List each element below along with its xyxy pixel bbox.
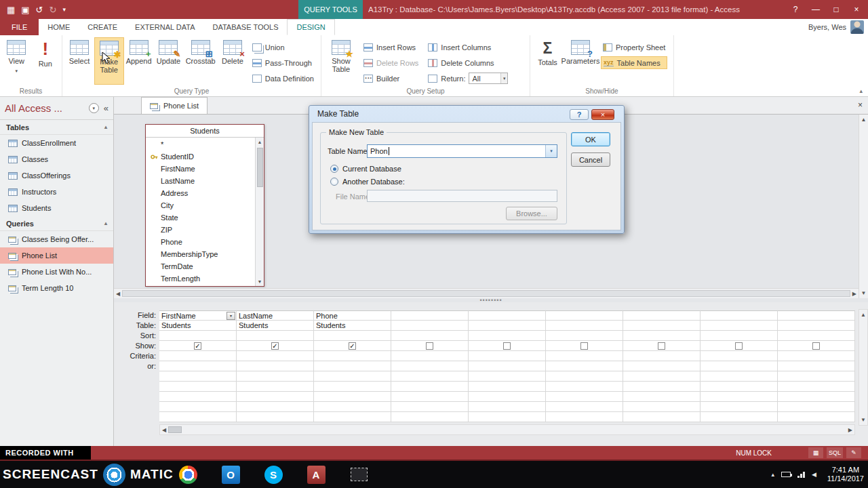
grid-cell[interactable]	[623, 402, 701, 412]
grid-cell-sort[interactable]	[391, 331, 469, 341]
grid-cell[interactable]	[778, 382, 855, 392]
grid-cell-table[interactable]	[623, 321, 701, 331]
grid-cell[interactable]	[778, 371, 855, 382]
grid-cell-field[interactable]: Phone	[314, 310, 391, 321]
current-database-option[interactable]: Current Database	[330, 165, 401, 173]
another-database-option[interactable]: Another Database:	[330, 178, 405, 186]
scroll-thumb[interactable]	[122, 290, 850, 297]
grid-cell[interactable]	[778, 392, 855, 402]
scroll-left-icon[interactable]: ◀	[162, 427, 166, 433]
grid-cell[interactable]	[391, 392, 469, 402]
field-row[interactable]: Address	[146, 187, 255, 199]
grid-cell-or[interactable]	[701, 361, 778, 371]
help-button[interactable]: ?	[785, 0, 806, 19]
grid-cell[interactable]	[469, 392, 546, 402]
tab-external-data[interactable]: EXTERNAL DATA	[126, 19, 203, 35]
cancel-button[interactable]: Cancel	[571, 152, 610, 167]
grid-cell-criteria[interactable]	[778, 351, 855, 361]
grid-cell-table[interactable]	[469, 321, 546, 331]
builder-button[interactable]: Builder	[361, 72, 420, 85]
grid-cell-or[interactable]	[237, 361, 314, 371]
tab-create[interactable]: CREATE	[79, 19, 126, 35]
close-button[interactable]: ×	[846, 0, 867, 19]
grid-cell[interactable]	[469, 382, 546, 392]
field-row[interactable]: TermLength	[146, 272, 255, 285]
grid-cell[interactable]	[391, 371, 469, 382]
delete-columns-button[interactable]: Delete Columns	[426, 56, 510, 69]
nav-item-classes[interactable]: Classes	[0, 151, 113, 167]
grid-cell-table[interactable]	[391, 321, 469, 331]
grid-cell-sort[interactable]	[778, 331, 855, 341]
dialog-help-button[interactable]: ?	[570, 109, 589, 120]
grid-cell[interactable]	[701, 402, 778, 412]
scroll-down-icon[interactable]: ▼	[861, 290, 867, 296]
grid-cell[interactable]	[623, 371, 701, 382]
undo-icon[interactable]: ↺	[36, 5, 43, 15]
union-button[interactable]: Union	[250, 41, 316, 54]
grid-cell-table[interactable]: Students	[159, 321, 237, 331]
scroll-right-icon[interactable]: ▶	[848, 427, 852, 433]
grid-cell-criteria[interactable]	[391, 351, 469, 361]
grid-cell[interactable]	[701, 382, 778, 392]
save-icon[interactable]: ▣	[21, 5, 29, 15]
grid-cell-sort[interactable]	[314, 331, 391, 341]
collapse-ribbon-icon[interactable]: ▴	[859, 87, 863, 94]
grid-cell-field[interactable]: LastName	[237, 310, 314, 321]
document-close-icon[interactable]: ×	[858, 100, 863, 110]
grid-hscrollbar[interactable]: ◀ ▶	[159, 424, 855, 435]
chrome-taskbar-button[interactable]	[176, 463, 199, 486]
ok-button[interactable]: OK	[571, 132, 610, 146]
grid-cell-or[interactable]	[159, 361, 237, 371]
volume-icon[interactable]: ◀	[812, 471, 816, 478]
grid-cell-show[interactable]	[469, 341, 546, 351]
battery-icon[interactable]	[781, 472, 791, 477]
grid-cell[interactable]	[546, 402, 623, 412]
grid-cell-show[interactable]	[237, 341, 314, 351]
show-checkbox[interactable]	[580, 342, 588, 350]
grid-cell-table[interactable]: Students	[314, 321, 391, 331]
file-name-input[interactable]	[367, 190, 557, 202]
grid-cell[interactable]	[159, 382, 237, 392]
grid-cell-or[interactable]	[623, 361, 701, 371]
nav-item-phone-list-with-no[interactable]: Phone List With No...	[0, 264, 113, 280]
grid-cell-show[interactable]	[546, 341, 623, 351]
nav-pane-collapse-icon[interactable]: «	[104, 103, 108, 113]
grid-cell[interactable]	[159, 392, 237, 402]
snipping-tool-taskbar-button[interactable]	[347, 463, 370, 486]
grid-cell-table[interactable]	[546, 321, 623, 331]
grid-cell[interactable]	[237, 402, 314, 412]
design-view-icon[interactable]: ✎	[846, 447, 861, 458]
maximize-button[interactable]: □	[826, 0, 846, 19]
show-table-button[interactable]: ★ Show Table	[323, 37, 359, 85]
field-list-scrollbar[interactable]: ▲ ▼	[255, 138, 264, 286]
grid-cell[interactable]	[469, 412, 546, 422]
nav-item-students[interactable]: Students	[0, 200, 113, 216]
scroll-down-icon[interactable]: ▼	[258, 277, 262, 286]
grid-cell[interactable]	[623, 392, 701, 402]
nav-item-term-length-10[interactable]: Term Length 10	[0, 280, 113, 296]
grid-cell-table[interactable]: Students	[237, 321, 314, 331]
nav-item-classofferings[interactable]: ClassOfferings	[0, 167, 113, 184]
taskbar-clock[interactable]: 7:41 AM 11/14/2017	[827, 466, 864, 483]
network-icon[interactable]	[797, 472, 805, 478]
customize-qat-icon[interactable]: ▾	[62, 6, 66, 13]
grid-cell[interactable]	[237, 382, 314, 392]
view-button[interactable]: View ▾	[2, 37, 31, 85]
grid-cell[interactable]	[546, 392, 623, 402]
grid-cell-show[interactable]	[391, 341, 469, 351]
grid-vscrollbar[interactable]: ▲ ▼	[859, 309, 868, 426]
grid-cell-field[interactable]	[778, 310, 855, 321]
grid-cell-or[interactable]	[391, 361, 469, 371]
show-checkbox[interactable]	[426, 342, 433, 350]
table-names-button[interactable]: xyz Table Names	[601, 56, 667, 69]
grid-cell[interactable]	[778, 402, 855, 412]
grid-cell[interactable]	[314, 382, 391, 392]
grid-cell-criteria[interactable]	[546, 351, 623, 361]
insert-rows-button[interactable]: Insert Rows	[361, 41, 420, 54]
nav-section-queries[interactable]: Queries ▴	[0, 216, 113, 231]
grid-cell-show[interactable]	[314, 341, 391, 351]
grid-cell-field[interactable]	[469, 310, 546, 321]
tab-home[interactable]: HOME	[39, 19, 79, 35]
grid-cell-criteria[interactable]	[237, 351, 314, 361]
field-row[interactable]: Phone	[146, 236, 255, 248]
